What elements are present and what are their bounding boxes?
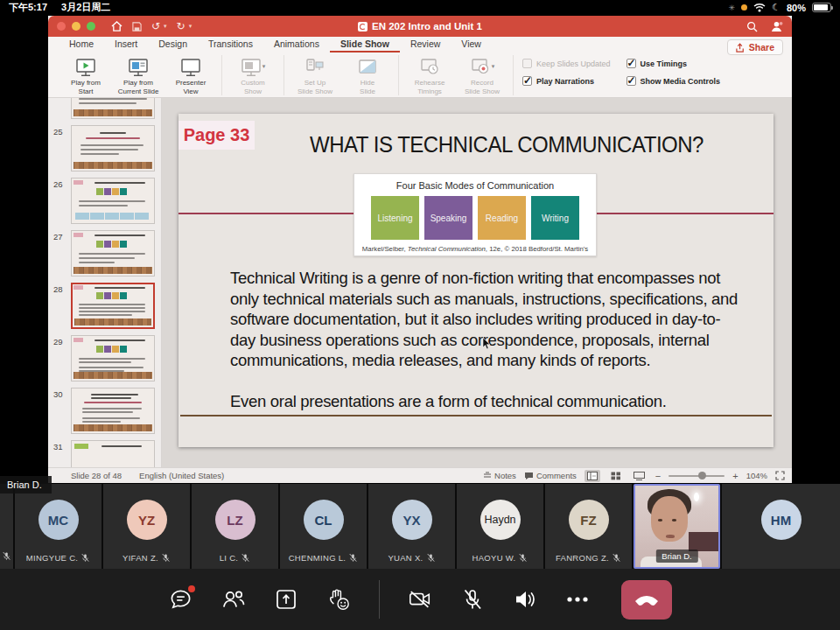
- zoom-slider-thumb[interactable]: [698, 472, 706, 480]
- presenter-view-button[interactable]: Presenter View: [166, 55, 215, 95]
- participant-tile-haoyu[interactable]: Haydn HAOYU W.: [457, 484, 543, 569]
- tab-review[interactable]: Review: [400, 37, 451, 52]
- play-narrations-checkbox[interactable]: [522, 76, 532, 86]
- qat-customize-icon[interactable]: ▾: [189, 23, 192, 30]
- speaker-button[interactable]: [513, 587, 537, 612]
- participant-tile-hm[interactable]: HM: [722, 484, 840, 569]
- end-call-button[interactable]: [621, 580, 672, 620]
- ppt-titlebar[interactable]: ↺▾ ↻ ▾ EN 202 Intro and Unit 1: [48, 16, 792, 37]
- figure-citation: Markel/Selber, Technical Communication, …: [354, 245, 596, 253]
- participant-tile-fanrong[interactable]: FZ FANRONG Z.: [545, 484, 632, 569]
- save-icon[interactable]: [132, 22, 142, 32]
- tab-design[interactable]: Design: [148, 37, 198, 52]
- tab-home[interactable]: Home: [59, 37, 104, 52]
- tab-transitions[interactable]: Transitions: [198, 37, 263, 52]
- participant-name: YIFAN Z.: [122, 553, 158, 563]
- zoom-slider[interactable]: [668, 475, 724, 477]
- chat-button[interactable]: [169, 587, 193, 612]
- camera-toggle-button[interactable]: [408, 587, 432, 612]
- avatar: LZ: [215, 500, 256, 540]
- show-media-controls-option[interactable]: Show Media Controls: [626, 76, 721, 86]
- tab-animations[interactable]: Animations: [263, 37, 330, 52]
- thumbnail-image: [71, 125, 155, 172]
- custom-show-button[interactable]: ▾ Custom Show: [228, 55, 277, 95]
- comments-toggle[interactable]: Comments: [524, 471, 577, 480]
- undo-icon[interactable]: ↺: [151, 20, 160, 32]
- modes-row: Listening Speaking Reading Writing: [354, 196, 596, 240]
- account-person-icon[interactable]: [770, 21, 783, 32]
- participant-tile-chenming[interactable]: CL CHENMING L.: [280, 484, 367, 569]
- play-narrations-option[interactable]: Play Narrations: [522, 76, 611, 86]
- undo-dropdown-icon[interactable]: ▾: [164, 23, 167, 30]
- thumbnail-number: 25: [48, 125, 71, 172]
- tab-slide-show[interactable]: Slide Show: [330, 37, 400, 52]
- battery-percent: 80%: [787, 3, 806, 13]
- thumbnail-slide-31-partial[interactable]: 31: [48, 440, 156, 467]
- tab-view[interactable]: View: [451, 37, 492, 52]
- participant-tile-yifan[interactable]: YZ YIFAN Z.: [103, 484, 190, 569]
- participant-tile-brian-video[interactable]: Brian D.: [634, 484, 720, 569]
- thumbnail-slide-26[interactable]: 26: [48, 178, 156, 224]
- fit-to-window-icon[interactable]: [775, 471, 785, 480]
- mic-toggle-button[interactable]: [460, 587, 485, 612]
- play-from-current-slide-button[interactable]: Play from Current Slide: [114, 55, 163, 95]
- slide-thumbnail-panel[interactable]: 25 26: [48, 98, 162, 467]
- thumbnail-slide-25[interactable]: 25: [48, 125, 156, 172]
- share-button[interactable]: Share: [727, 39, 783, 55]
- set-up-slide-show-button[interactable]: Set Up Slide Show: [290, 55, 340, 95]
- keep-slides-updated-option[interactable]: Keep Slides Updated: [522, 59, 611, 68]
- mode-writing: Writing: [531, 196, 579, 240]
- share-content-button[interactable]: [274, 587, 298, 612]
- participant-tile-mingyue[interactable]: MC MINGYUE C.: [15, 484, 102, 569]
- slide-sorter-view-button[interactable]: [608, 470, 624, 482]
- minimize-window-button[interactable]: [72, 22, 80, 31]
- participant-name: HAOYU W.: [472, 553, 516, 563]
- window-controls[interactable]: [57, 22, 95, 31]
- home-icon[interactable]: [111, 21, 122, 32]
- participant-tile-li[interactable]: LZ LI C.: [192, 484, 278, 569]
- use-timings-checkbox[interactable]: [626, 59, 636, 68]
- zoom-level[interactable]: 104%: [746, 471, 767, 480]
- use-timings-option[interactable]: Use Timings: [626, 59, 721, 68]
- normal-view-button[interactable]: [584, 470, 600, 482]
- zoom-in-button[interactable]: +: [732, 471, 738, 481]
- reactions-button[interactable]: [326, 587, 351, 612]
- participant-tile-yuan[interactable]: YX YUAN X.: [368, 484, 455, 569]
- quick-access-toolbar[interactable]: ↺▾ ↻ ▾: [111, 20, 192, 32]
- thumbnail-slide-28-selected[interactable]: 28: [48, 283, 156, 329]
- participant-name: YUAN X.: [388, 553, 423, 563]
- avatar: YZ: [127, 500, 167, 540]
- mic-muted-icon: [518, 553, 528, 563]
- ppt-document-icon: [358, 22, 368, 32]
- avatar: FZ: [569, 500, 609, 540]
- titlebar-actions[interactable]: [746, 21, 783, 32]
- more-options-button[interactable]: [565, 587, 590, 612]
- zoom-window-button[interactable]: [87, 22, 95, 31]
- thumbnail-slide-30[interactable]: 30: [48, 388, 156, 434]
- slide-counter: Slide 28 of 48: [71, 471, 122, 480]
- notes-toggle[interactable]: Notes: [483, 471, 516, 480]
- zoom-out-button[interactable]: −: [655, 471, 661, 481]
- play-from-start-button[interactable]: Play from Start: [61, 55, 110, 95]
- participants-button[interactable]: [221, 587, 246, 612]
- hide-slide-button[interactable]: Hide Slide: [343, 55, 392, 95]
- tab-insert[interactable]: Insert: [104, 37, 148, 52]
- record-slide-show-button[interactable]: ▾ Record Slide Show: [458, 55, 507, 95]
- close-window-button[interactable]: [57, 22, 66, 31]
- thumbnail-slide-24-partial[interactable]: [48, 98, 156, 119]
- slide-editing-area[interactable]: Page 33 WHAT IS TECHNICAL COMMUNICATION?…: [162, 98, 792, 467]
- show-media-controls-checkbox[interactable]: [626, 76, 636, 86]
- slide-canvas[interactable]: Page 33 WHAT IS TECHNICAL COMMUNICATION?…: [178, 114, 774, 447]
- participant-tile-partial[interactable]: [0, 484, 13, 569]
- search-icon[interactable]: [746, 21, 758, 32]
- play-from-start-icon: [75, 57, 96, 78]
- rehearse-timings-button[interactable]: Rehearse Timings: [405, 55, 454, 95]
- redo-icon[interactable]: ↻: [177, 20, 186, 32]
- slide-show-view-button[interactable]: [632, 470, 648, 482]
- language-indicator[interactable]: English (United States): [139, 471, 224, 480]
- thumbnail-slide-27[interactable]: 27: [48, 230, 156, 276]
- keep-slides-updated-checkbox[interactable]: [522, 59, 532, 68]
- video-name-badge: Brian D.: [655, 550, 697, 563]
- thumbnail-slide-29[interactable]: 29: [48, 335, 156, 382]
- participant-name: FANRONG Z.: [556, 553, 609, 563]
